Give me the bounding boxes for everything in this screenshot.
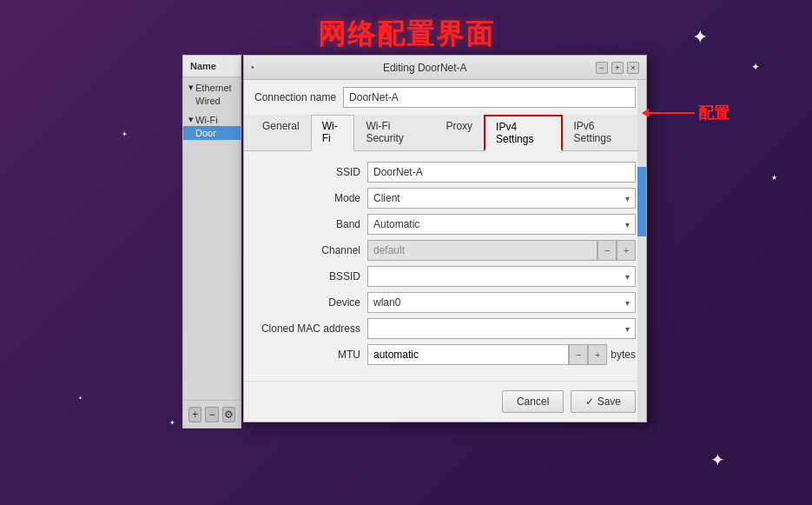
cloned-mac-chevron-icon: ▾ xyxy=(625,324,630,334)
maximize-button[interactable]: + xyxy=(611,62,624,74)
bssid-row: BSSID ▾ xyxy=(254,266,636,287)
sidebar-footer: + − ⚙ xyxy=(183,400,241,428)
device-row: Device wlan0 ▾ xyxy=(254,292,636,313)
form-content: SSID Mode Client ▾ Band Automatic ▾ Chan… xyxy=(244,151,646,381)
star-decoration-4: ✦ xyxy=(122,130,128,138)
band-select[interactable]: Automatic ▾ xyxy=(367,214,636,235)
tab-ipv4-settings[interactable]: IPv4 Settings xyxy=(484,115,562,151)
star-decoration-5: ✦ xyxy=(169,419,175,427)
device-label: Device xyxy=(254,296,367,309)
connection-name-input[interactable] xyxy=(343,87,636,108)
mtu-plus-button[interactable]: + xyxy=(588,344,607,365)
close-button[interactable]: × xyxy=(627,62,639,74)
device-chevron-icon: ▾ xyxy=(625,298,630,308)
ssid-label: SSID xyxy=(254,166,367,178)
save-button[interactable]: ✓ Save xyxy=(571,390,636,413)
minimize-button[interactable]: − xyxy=(596,62,608,74)
tab-wifi-security[interactable]: Wi-Fi Security xyxy=(354,115,434,151)
mode-select[interactable]: Client ▾ xyxy=(367,188,636,209)
connection-name-label: Connection name xyxy=(254,91,336,103)
mtu-minus-button[interactable]: − xyxy=(569,344,588,365)
band-label: Band xyxy=(254,218,367,230)
sidebar-ethernet-group: ▾ Ethernet Wired xyxy=(183,77,241,110)
sidebar-wifi-group: ▾ Wi-Fi Door xyxy=(183,110,241,142)
sidebar-header: Name xyxy=(183,56,241,77)
sidebar-item-wired[interactable]: Wired xyxy=(183,94,241,108)
sidebar-settings-button[interactable]: ⚙ xyxy=(222,407,235,422)
mtu-row: MTU − + bytes xyxy=(254,344,636,365)
star-decoration-3: ✦ xyxy=(710,449,725,470)
annotation-arrow: 配置 xyxy=(643,103,729,123)
sidebar-item-doornet[interactable]: Door xyxy=(183,126,241,140)
dialog-footer: Cancel ✓ Save xyxy=(244,381,646,422)
channel-row: Channel − + xyxy=(254,240,636,261)
sidebar-group-ethernet: ▾ Ethernet xyxy=(183,79,241,94)
dialog-titlebar: • Editing DoorNet-A − + × xyxy=(244,56,646,80)
channel-plus-button[interactable]: + xyxy=(617,240,636,261)
tabs-bar: General Wi-Fi Wi-Fi Security Proxy IPv4 … xyxy=(244,115,646,151)
sidebar-add-button[interactable]: + xyxy=(188,407,201,422)
star-decoration-7: ✦ xyxy=(78,395,83,401)
dialog-scrollbar[interactable] xyxy=(637,80,646,422)
tab-ipv6-settings[interactable]: IPv6 Settings xyxy=(563,115,639,151)
ssid-row: SSID xyxy=(254,162,636,183)
sidebar-remove-button[interactable]: − xyxy=(205,407,218,422)
cloned-mac-select[interactable]: ▾ xyxy=(367,318,636,339)
mode-label: Mode xyxy=(254,192,367,204)
channel-label: Channel xyxy=(254,244,367,256)
tab-wifi[interactable]: Wi-Fi xyxy=(311,115,355,151)
bssid-select[interactable]: ▾ xyxy=(367,266,636,287)
connection-name-row: Connection name xyxy=(244,80,646,115)
ssid-input[interactable] xyxy=(367,162,636,183)
mtu-bytes-label: bytes xyxy=(611,349,636,361)
chevron-icon-ethernet: ▾ xyxy=(188,82,194,93)
dialog-scrollbar-thumb xyxy=(637,167,646,236)
cloned-mac-label: Cloned MAC address xyxy=(254,322,367,335)
channel-input[interactable] xyxy=(367,240,597,261)
bssid-chevron-icon: ▾ xyxy=(625,272,630,282)
bssid-label: BSSID xyxy=(254,270,367,282)
dialog-title: Editing DoorNet-A xyxy=(254,62,596,74)
channel-controls: − + xyxy=(367,240,636,261)
mode-chevron-icon: ▾ xyxy=(625,194,630,203)
star-decoration-2: ✦ xyxy=(751,61,760,73)
cloned-mac-row: Cloned MAC address ▾ xyxy=(254,318,636,339)
arrow-line xyxy=(643,112,695,114)
star-decoration-6: ★ xyxy=(771,174,777,182)
channel-minus-button[interactable]: − xyxy=(597,240,617,261)
mtu-controls: − + bytes xyxy=(367,344,636,365)
mtu-label: MTU xyxy=(254,349,367,361)
tab-proxy[interactable]: Proxy xyxy=(434,115,484,151)
annotation-text: 配置 xyxy=(698,103,729,123)
chevron-icon-wifi: ▾ xyxy=(188,114,194,125)
band-row: Band Automatic ▾ xyxy=(254,214,636,235)
cancel-button[interactable]: Cancel xyxy=(502,390,564,413)
mtu-input[interactable] xyxy=(367,344,569,365)
band-chevron-icon: ▾ xyxy=(625,220,630,229)
sidebar: Name ▾ Ethernet Wired ▾ Wi-Fi Door + − ⚙ xyxy=(182,55,241,429)
dialog-controls: − + × xyxy=(596,62,639,74)
tab-general[interactable]: General xyxy=(251,115,311,151)
page-title: 网络配置界面 xyxy=(0,16,812,54)
mode-row: Mode Client ▾ xyxy=(254,188,636,209)
device-select[interactable]: wlan0 ▾ xyxy=(367,292,636,313)
editing-dialog: • Editing DoorNet-A − + × Connection nam… xyxy=(243,55,647,422)
sidebar-group-wifi: ▾ Wi-Fi xyxy=(183,111,241,126)
